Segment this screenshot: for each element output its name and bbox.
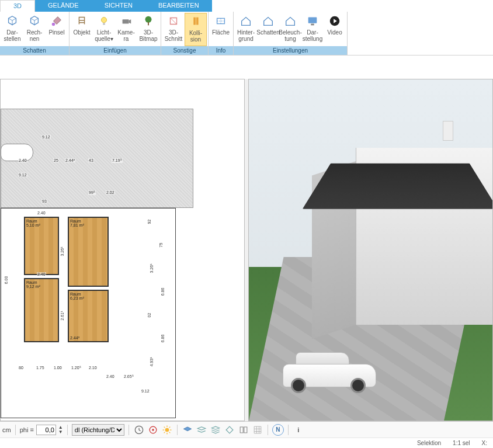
clock-icon[interactable] <box>133 424 145 436</box>
room-name: Raum <box>70 219 106 223</box>
dimension-label: 93 <box>41 199 47 203</box>
camera-icon <box>119 14 133 28</box>
dimension-label: 2.61¹ <box>60 311 64 321</box>
stack2-icon[interactable] <box>210 424 221 436</box>
ribbon-btn-label: Schatten <box>256 29 279 36</box>
target-icon[interactable] <box>147 424 159 436</box>
layer-icon[interactable] <box>182 424 193 436</box>
ribbon-group-label: Einfügen <box>70 46 161 55</box>
svg-rect-2 <box>123 19 129 23</box>
svg-rect-4 <box>148 22 149 26</box>
ribbon-pinsel-button[interactable]: Pinsel <box>46 13 68 46</box>
3d-roof <box>303 164 493 209</box>
unit-label: cm <box>2 426 11 433</box>
footer: Selektion 1:1 sel X: <box>0 437 493 448</box>
sun-icon[interactable] <box>161 424 173 436</box>
dimension-label: 2.40 <box>18 158 27 162</box>
ribbon-group-label: Sonstige <box>161 46 208 55</box>
diamond-icon[interactable] <box>224 424 235 436</box>
ribbon-btn-label: Dar-stellung <box>303 29 322 42</box>
dimension-label: 43 <box>88 158 94 162</box>
ribbon-kollision-button[interactable]: Kolli-sion <box>185 13 207 46</box>
tab-3d[interactable]: 3D <box>0 0 35 12</box>
spinner-icon[interactable]: ▲▼ <box>58 425 63 435</box>
ribbon-darstellung-button[interactable]: Dar-stellung <box>301 13 324 46</box>
dimension-label: 99⁵ <box>88 190 96 195</box>
statusbar: cm phi = ▲▼ dl (Richtung/Di N i <box>0 421 493 437</box>
x-coord-label: X: <box>482 440 487 446</box>
scale-label: 1:1 sel <box>453 440 470 446</box>
ribbon-rechnen-button[interactable]: Rech-nen <box>23 13 46 46</box>
dimension-label: 3.26¹ <box>60 246 64 257</box>
svg-point-14 <box>165 428 169 432</box>
dimension-label: 02 <box>147 312 151 318</box>
ribbon-group-sonstige: 3D-SchnittKolli-sionSonstige <box>161 12 209 55</box>
info-icon[interactable]: i <box>293 424 304 436</box>
ribbon-flaeche-button[interactable]: Fläche <box>210 13 232 46</box>
workspace: 9.122.40252.44³437.19⁵9.129399⁵2.02Raum5… <box>0 55 493 421</box>
house-icon <box>239 14 253 28</box>
dimension-label: 2.10 <box>88 366 98 370</box>
tab-bearbeiten[interactable]: BEARBEITEN <box>145 0 212 12</box>
dimension-label: 1.75 <box>36 366 45 370</box>
slice-icon <box>166 14 180 28</box>
ribbon-kamera-button[interactable]: Kame-ra <box>115 13 137 46</box>
ribbon-btn-label: Objekt <box>74 29 91 36</box>
dimension-label: 80 <box>18 366 24 370</box>
dimension-label: 2.65⁵ <box>123 374 134 379</box>
dimension-label: 9.12 <box>141 389 150 393</box>
room[interactable]: Raum6,23 m²2.44³ <box>68 290 109 342</box>
ribbon-group-label: Einstellungen <box>234 46 347 55</box>
phi-label: phi = <box>20 426 34 433</box>
ribbon-lichtquelle-button[interactable]: Licht-quelle▾ <box>93 13 115 46</box>
stack1-icon[interactable] <box>196 424 207 436</box>
ribbon-btn-label: Fläche <box>212 29 230 36</box>
floorplan-pane[interactable]: 9.122.40252.44³437.19⁵9.129399⁵2.02Raum5… <box>0 79 245 421</box>
tab-sichten[interactable]: SICHTEN <box>92 0 145 12</box>
ribbon-group-schatten: Dar-stellenRech-nenPinselSchatten <box>0 12 70 55</box>
dimension-label: 2.40 <box>37 211 46 215</box>
grid-icon[interactable] <box>252 424 263 436</box>
room[interactable]: Raum7,81 m² <box>68 217 109 287</box>
ribbon-3dbitmap-button[interactable]: 3D-Bitmap <box>137 13 159 46</box>
ribbon-btn-label: Video <box>327 29 342 36</box>
3d-chimney <box>443 121 453 141</box>
svg-rect-6 <box>196 18 199 25</box>
phi-input[interactable] <box>36 425 56 435</box>
room[interactable]: Raum9,12 m² <box>24 278 59 342</box>
ribbon-objekt-button[interactable]: Objekt <box>71 13 93 46</box>
room-area: 7,81 m² <box>70 223 106 227</box>
book-icon[interactable] <box>238 424 249 436</box>
ribbon-hintergrund-button[interactable]: Hinter-grund <box>235 13 257 46</box>
room[interactable]: Raum5,10 m² <box>24 217 59 275</box>
ribbon-btn-label: Rech-nen <box>27 29 43 42</box>
tab-gelaende[interactable]: GELÄNDE <box>35 0 92 12</box>
ribbon-group-einfuegen: ObjektLicht-quelle▾Kame-ra3D-BitmapEinfü… <box>70 12 161 55</box>
ribbon-btn-label: Hinter-grund <box>237 29 255 42</box>
ribbon-group-label: Info <box>209 46 233 55</box>
room-name: Raum <box>26 280 57 284</box>
selection-label: Selektion <box>417 440 441 446</box>
direction-select[interactable]: dl (Richtung/Di <box>72 424 124 436</box>
3d-view-pane[interactable] <box>248 79 493 421</box>
dimension-label: 9.12 <box>41 135 51 139</box>
north-icon[interactable]: N <box>272 424 284 436</box>
ribbon-beleuchtung-button[interactable]: Beleuch-tung <box>279 13 301 46</box>
dimension-label: 2.40 <box>37 272 46 276</box>
tree-icon <box>141 14 155 28</box>
ribbon-schatten2-button[interactable]: Schatten <box>257 13 279 46</box>
ribbon-darstellen-button[interactable]: Dar-stellen <box>1 13 23 46</box>
plan-car-icon <box>1 144 33 161</box>
svg-rect-5 <box>193 18 196 25</box>
brush-icon <box>50 14 64 28</box>
ribbon-video-button[interactable]: Video <box>324 13 346 46</box>
room-name: Raum <box>70 292 106 296</box>
dimension-label: 6.86 <box>161 287 165 297</box>
ribbon-3dschnitt-button[interactable]: 3D-Schnitt <box>162 13 185 46</box>
bulb-icon <box>97 14 111 28</box>
room-extra-dim: 2.44³ <box>70 336 79 340</box>
chair-icon <box>75 14 89 28</box>
svg-rect-9 <box>311 24 314 26</box>
room-name: Raum <box>26 219 57 223</box>
collision-icon <box>189 15 203 29</box>
